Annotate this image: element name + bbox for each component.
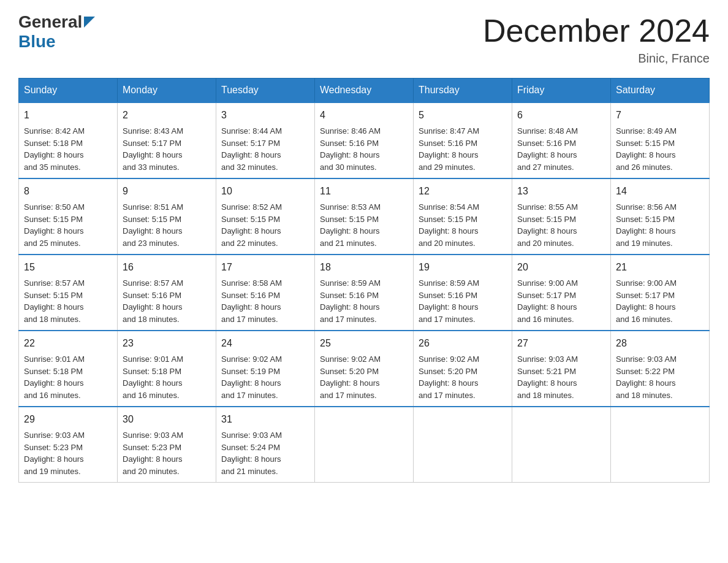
calendar-cell [611, 407, 710, 483]
day-number: 24 [221, 336, 309, 351]
day-number: 14 [616, 184, 704, 199]
logo-arrow-icon [84, 17, 95, 30]
day-info: Sunrise: 9:01 AM Sunset: 5:18 PM Dayligh… [123, 353, 211, 401]
location-text: Binic, France [483, 52, 710, 66]
month-year-title: December 2024 [483, 12, 710, 49]
day-info: Sunrise: 8:59 AM Sunset: 5:16 PM Dayligh… [320, 277, 408, 325]
day-number: 2 [123, 108, 211, 123]
day-info: Sunrise: 8:51 AM Sunset: 5:15 PM Dayligh… [123, 201, 211, 249]
week-row-1: 1 Sunrise: 8:42 AM Sunset: 5:18 PM Dayli… [19, 102, 710, 178]
calendar-cell [315, 407, 414, 483]
day-number: 27 [517, 336, 605, 351]
header-row: Sunday Monday Tuesday Wednesday Thursday… [19, 79, 710, 103]
day-number: 23 [123, 336, 211, 351]
day-number: 15 [24, 260, 112, 275]
calendar-cell: 10 Sunrise: 8:52 AM Sunset: 5:15 PM Dayl… [216, 178, 315, 255]
day-info: Sunrise: 8:54 AM Sunset: 5:15 PM Dayligh… [419, 201, 507, 249]
day-number: 17 [221, 260, 309, 275]
header-wednesday: Wednesday [315, 79, 414, 103]
day-number: 11 [320, 184, 408, 199]
svg-marker-0 [84, 17, 95, 28]
page-header: General Blue December 2024 Binic, France [18, 12, 710, 66]
day-number: 20 [517, 260, 605, 275]
day-info: Sunrise: 8:52 AM Sunset: 5:15 PM Dayligh… [221, 201, 309, 249]
day-number: 13 [517, 184, 605, 199]
day-number: 29 [24, 412, 112, 427]
day-number: 7 [616, 108, 704, 123]
title-section: December 2024 Binic, France [483, 12, 710, 66]
day-info: Sunrise: 9:03 AM Sunset: 5:23 PM Dayligh… [24, 429, 112, 477]
calendar-cell: 14 Sunrise: 8:56 AM Sunset: 5:15 PM Dayl… [611, 178, 710, 255]
day-info: Sunrise: 8:49 AM Sunset: 5:15 PM Dayligh… [616, 125, 704, 173]
logo: General Blue [18, 12, 95, 52]
day-info: Sunrise: 8:53 AM Sunset: 5:15 PM Dayligh… [320, 201, 408, 249]
day-info: Sunrise: 8:42 AM Sunset: 5:18 PM Dayligh… [24, 125, 112, 173]
logo-blue-text: Blue [18, 32, 56, 51]
day-number: 31 [221, 412, 309, 427]
calendar-cell: 23 Sunrise: 9:01 AM Sunset: 5:18 PM Dayl… [118, 331, 216, 407]
calendar-cell: 4 Sunrise: 8:46 AM Sunset: 5:16 PM Dayli… [315, 102, 414, 178]
calendar-cell: 17 Sunrise: 8:58 AM Sunset: 5:16 PM Dayl… [216, 255, 315, 331]
calendar-cell [512, 407, 611, 483]
day-number: 22 [24, 336, 112, 351]
day-info: Sunrise: 9:02 AM Sunset: 5:19 PM Dayligh… [221, 353, 309, 401]
calendar-cell: 20 Sunrise: 9:00 AM Sunset: 5:17 PM Dayl… [512, 255, 611, 331]
day-number: 8 [24, 184, 112, 199]
day-number: 10 [221, 184, 309, 199]
day-number: 19 [419, 260, 507, 275]
calendar-cell: 6 Sunrise: 8:48 AM Sunset: 5:16 PM Dayli… [512, 102, 611, 178]
calendar-cell: 1 Sunrise: 8:42 AM Sunset: 5:18 PM Dayli… [19, 102, 118, 178]
calendar-cell: 9 Sunrise: 8:51 AM Sunset: 5:15 PM Dayli… [118, 178, 216, 255]
day-info: Sunrise: 8:48 AM Sunset: 5:16 PM Dayligh… [517, 125, 605, 173]
week-row-2: 8 Sunrise: 8:50 AM Sunset: 5:15 PM Dayli… [19, 178, 710, 255]
day-info: Sunrise: 8:57 AM Sunset: 5:16 PM Dayligh… [123, 277, 211, 325]
day-number: 1 [24, 108, 112, 123]
day-info: Sunrise: 9:01 AM Sunset: 5:18 PM Dayligh… [24, 353, 112, 401]
header-saturday: Saturday [611, 79, 710, 103]
calendar-table: Sunday Monday Tuesday Wednesday Thursday… [18, 78, 710, 483]
week-row-3: 15 Sunrise: 8:57 AM Sunset: 5:15 PM Dayl… [19, 255, 710, 331]
calendar-cell: 11 Sunrise: 8:53 AM Sunset: 5:15 PM Dayl… [315, 178, 414, 255]
day-info: Sunrise: 8:43 AM Sunset: 5:17 PM Dayligh… [123, 125, 211, 173]
calendar-cell: 31 Sunrise: 9:03 AM Sunset: 5:24 PM Dayl… [216, 407, 315, 483]
day-info: Sunrise: 8:56 AM Sunset: 5:15 PM Dayligh… [616, 201, 704, 249]
calendar-cell: 24 Sunrise: 9:02 AM Sunset: 5:19 PM Dayl… [216, 331, 315, 407]
day-number: 30 [123, 412, 211, 427]
calendar-cell: 29 Sunrise: 9:03 AM Sunset: 5:23 PM Dayl… [19, 407, 118, 483]
calendar-cell: 18 Sunrise: 8:59 AM Sunset: 5:16 PM Dayl… [315, 255, 414, 331]
calendar-cell: 8 Sunrise: 8:50 AM Sunset: 5:15 PM Dayli… [19, 178, 118, 255]
day-number: 25 [320, 336, 408, 351]
day-number: 16 [123, 260, 211, 275]
day-info: Sunrise: 8:44 AM Sunset: 5:17 PM Dayligh… [221, 125, 309, 173]
week-row-4: 22 Sunrise: 9:01 AM Sunset: 5:18 PM Dayl… [19, 331, 710, 407]
day-info: Sunrise: 8:57 AM Sunset: 5:15 PM Dayligh… [24, 277, 112, 325]
day-number: 18 [320, 260, 408, 275]
calendar-cell: 13 Sunrise: 8:55 AM Sunset: 5:15 PM Dayl… [512, 178, 611, 255]
calendar-cell: 3 Sunrise: 8:44 AM Sunset: 5:17 PM Dayli… [216, 102, 315, 178]
calendar-cell: 2 Sunrise: 8:43 AM Sunset: 5:17 PM Dayli… [118, 102, 216, 178]
calendar-cell: 28 Sunrise: 9:03 AM Sunset: 5:22 PM Dayl… [611, 331, 710, 407]
day-info: Sunrise: 9:03 AM Sunset: 5:21 PM Dayligh… [517, 353, 605, 401]
day-info: Sunrise: 8:58 AM Sunset: 5:16 PM Dayligh… [221, 277, 309, 325]
day-number: 3 [221, 108, 309, 123]
day-info: Sunrise: 9:00 AM Sunset: 5:17 PM Dayligh… [616, 277, 704, 325]
calendar-cell: 25 Sunrise: 9:02 AM Sunset: 5:20 PM Dayl… [315, 331, 414, 407]
calendar-cell: 5 Sunrise: 8:47 AM Sunset: 5:16 PM Dayli… [414, 102, 512, 178]
day-info: Sunrise: 8:47 AM Sunset: 5:16 PM Dayligh… [419, 125, 507, 173]
calendar-cell: 27 Sunrise: 9:03 AM Sunset: 5:21 PM Dayl… [512, 331, 611, 407]
calendar-cell: 15 Sunrise: 8:57 AM Sunset: 5:15 PM Dayl… [19, 255, 118, 331]
calendar-body: 1 Sunrise: 8:42 AM Sunset: 5:18 PM Dayli… [19, 102, 710, 483]
day-info: Sunrise: 9:03 AM Sunset: 5:23 PM Dayligh… [123, 429, 211, 477]
day-info: Sunrise: 8:55 AM Sunset: 5:15 PM Dayligh… [517, 201, 605, 249]
day-info: Sunrise: 9:00 AM Sunset: 5:17 PM Dayligh… [517, 277, 605, 325]
day-number: 5 [419, 108, 507, 123]
header-monday: Monday [118, 79, 216, 103]
calendar-cell: 30 Sunrise: 9:03 AM Sunset: 5:23 PM Dayl… [118, 407, 216, 483]
calendar-cell: 26 Sunrise: 9:02 AM Sunset: 5:20 PM Dayl… [414, 331, 512, 407]
day-info: Sunrise: 9:03 AM Sunset: 5:22 PM Dayligh… [616, 353, 704, 401]
day-number: 28 [616, 336, 704, 351]
calendar-cell: 21 Sunrise: 9:00 AM Sunset: 5:17 PM Dayl… [611, 255, 710, 331]
calendar-cell: 22 Sunrise: 9:01 AM Sunset: 5:18 PM Dayl… [19, 331, 118, 407]
calendar-cell: 12 Sunrise: 8:54 AM Sunset: 5:15 PM Dayl… [414, 178, 512, 255]
day-info: Sunrise: 9:02 AM Sunset: 5:20 PM Dayligh… [320, 353, 408, 401]
